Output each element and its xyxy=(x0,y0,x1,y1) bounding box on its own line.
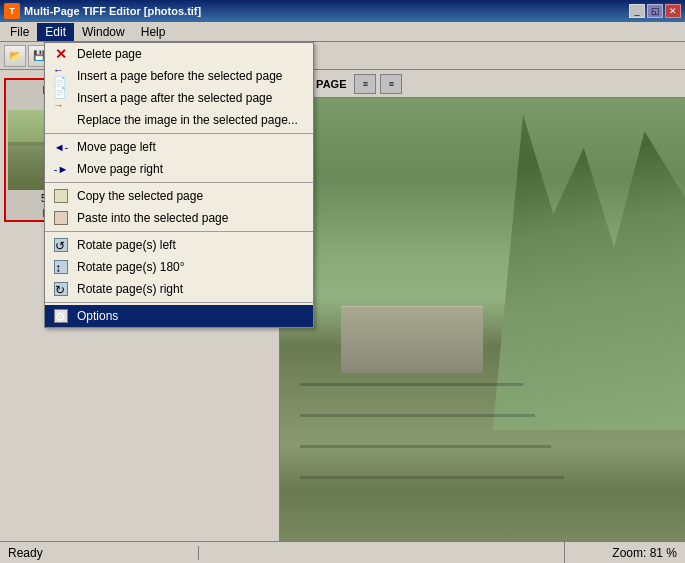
menu-option-move-left[interactable]: ◄- Move page left xyxy=(45,136,313,158)
edit-btn-2[interactable]: ≡ xyxy=(380,74,402,94)
edit-header: EDIT PAGE ≡ ≡ xyxy=(280,70,685,98)
menu-option-replace[interactable]: Replace the image in the selected page..… xyxy=(45,109,313,131)
terrace4 xyxy=(300,476,563,479)
zoom-level: Zoom: 81 % xyxy=(565,546,685,560)
restore-button[interactable]: ◱ xyxy=(647,4,663,18)
menu-option-copy[interactable]: Copy the selected page xyxy=(45,185,313,207)
menu-option-options[interactable]: ⚙ Options xyxy=(45,305,313,327)
app-icon: T xyxy=(4,3,20,19)
move-right-icon: -► xyxy=(53,161,69,177)
rotate-left-icon: ↺ xyxy=(53,237,69,253)
status-text: Ready xyxy=(0,546,199,560)
rotate-180-icon: ↕ xyxy=(53,259,69,275)
replace-icon xyxy=(53,112,69,128)
main-image xyxy=(280,98,685,541)
menu-file[interactable]: File xyxy=(2,23,37,41)
delete-icon: ✕ xyxy=(53,46,69,62)
menu-sep-4 xyxy=(45,302,313,303)
tiff-image-area xyxy=(280,98,685,541)
menu-option-insert-after[interactable]: 📄→ Insert a page after the selected page xyxy=(45,87,313,109)
menu-sep-2 xyxy=(45,182,313,183)
edit-dropdown-menu: ✕ Delete page ←📄 Insert a page before th… xyxy=(44,42,314,328)
menu-option-rotate-180[interactable]: ↕ Rotate page(s) 180° xyxy=(45,256,313,278)
title-bar: T Multi-Page TIFF Editor [photos.tif] _ … xyxy=(0,0,685,22)
menu-window[interactable]: Window xyxy=(74,23,133,41)
menu-sep-3 xyxy=(45,231,313,232)
menu-sep-1 xyxy=(45,133,313,134)
menu-option-paste[interactable]: Paste into the selected page xyxy=(45,207,313,229)
menu-option-move-right[interactable]: -► Move page right xyxy=(45,158,313,180)
terrace2 xyxy=(300,414,535,417)
paste-icon xyxy=(53,210,69,226)
rotate-right-icon: ↻ xyxy=(53,281,69,297)
options-icon: ⚙ xyxy=(53,308,69,324)
menu-edit[interactable]: Edit xyxy=(37,23,74,41)
terrace1 xyxy=(300,383,523,386)
terrace3 xyxy=(300,445,551,448)
status-bar: Ready Zoom: 81 % xyxy=(0,541,685,563)
toolbar-open[interactable]: 📂 xyxy=(4,45,26,67)
menu-option-delete[interactable]: ✕ Delete page xyxy=(45,43,313,65)
menu-option-rotate-left[interactable]: ↺ Rotate page(s) left xyxy=(45,234,313,256)
window-title: Multi-Page TIFF Editor [photos.tif] xyxy=(24,5,629,17)
move-left-icon: ◄- xyxy=(53,139,69,155)
close-button[interactable]: ✕ xyxy=(665,4,681,18)
menu-option-rotate-right[interactable]: ↻ Rotate page(s) right xyxy=(45,278,313,300)
menu-option-insert-before[interactable]: ←📄 Insert a page before the selected pag… xyxy=(45,65,313,87)
insert-before-icon: ←📄 xyxy=(53,68,69,84)
copy-icon xyxy=(53,188,69,204)
status-middle xyxy=(199,542,565,563)
right-panel: EDIT PAGE ≡ ≡ xyxy=(280,70,685,541)
window-controls: _ ◱ ✕ xyxy=(629,4,681,18)
insert-after-icon: 📄→ xyxy=(53,90,69,106)
menu-bar: File Edit Window Help xyxy=(0,22,685,42)
minimize-button[interactable]: _ xyxy=(629,4,645,18)
edit-btn-1[interactable]: ≡ xyxy=(354,74,376,94)
buildings xyxy=(341,306,483,372)
menu-help[interactable]: Help xyxy=(133,23,174,41)
